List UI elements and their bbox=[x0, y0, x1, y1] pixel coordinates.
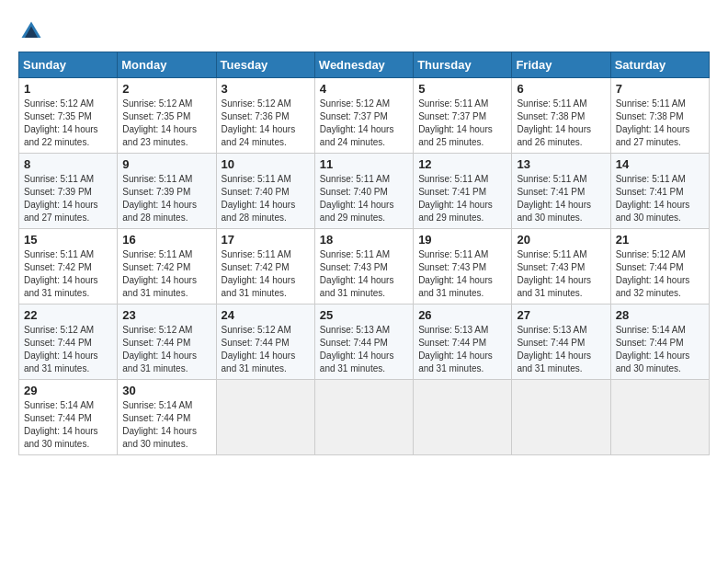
day-info: Sunrise: 5:11 AM Sunset: 7:42 PM Dayligh… bbox=[24, 248, 112, 300]
calendar-cell: 15Sunrise: 5:11 AM Sunset: 7:42 PM Dayli… bbox=[19, 229, 118, 304]
day-info: Sunrise: 5:12 AM Sunset: 7:44 PM Dayligh… bbox=[24, 324, 112, 375]
calendar-cell bbox=[314, 380, 413, 455]
day-number: 29 bbox=[24, 384, 112, 397]
calendar-cell: 5Sunrise: 5:11 AM Sunset: 7:37 PM Daylig… bbox=[414, 78, 512, 154]
calendar-cell bbox=[610, 380, 709, 455]
calendar-cell: 21Sunrise: 5:12 AM Sunset: 7:44 PM Dayli… bbox=[610, 229, 709, 304]
calendar-cell: 27Sunrise: 5:13 AM Sunset: 7:44 PM Dayli… bbox=[512, 304, 610, 380]
day-info: Sunrise: 5:14 AM Sunset: 7:44 PM Dayligh… bbox=[122, 399, 210, 451]
day-info: Sunrise: 5:11 AM Sunset: 7:38 PM Dayligh… bbox=[517, 98, 605, 149]
calendar-cell: 23Sunrise: 5:12 AM Sunset: 7:44 PM Dayli… bbox=[118, 304, 216, 380]
day-info: Sunrise: 5:12 AM Sunset: 7:44 PM Dayligh… bbox=[222, 324, 310, 375]
day-info: Sunrise: 5:11 AM Sunset: 7:43 PM Dayligh… bbox=[418, 248, 506, 300]
day-info: Sunrise: 5:11 AM Sunset: 7:40 PM Dayligh… bbox=[320, 173, 408, 224]
day-info: Sunrise: 5:13 AM Sunset: 7:44 PM Dayligh… bbox=[517, 324, 605, 375]
calendar-cell: 30Sunrise: 5:14 AM Sunset: 7:44 PM Dayli… bbox=[118, 380, 216, 455]
day-number: 23 bbox=[122, 308, 210, 322]
day-number: 2 bbox=[122, 82, 210, 96]
day-number: 7 bbox=[616, 82, 704, 96]
day-number: 21 bbox=[616, 233, 704, 247]
calendar-cell: 26Sunrise: 5:13 AM Sunset: 7:44 PM Dayli… bbox=[414, 304, 512, 380]
day-info: Sunrise: 5:14 AM Sunset: 7:44 PM Dayligh… bbox=[616, 324, 704, 375]
calendar-cell: 17Sunrise: 5:11 AM Sunset: 7:42 PM Dayli… bbox=[216, 229, 314, 304]
day-number: 16 bbox=[122, 233, 210, 247]
calendar-cell: 13Sunrise: 5:11 AM Sunset: 7:41 PM Dayli… bbox=[512, 154, 610, 229]
day-number: 27 bbox=[517, 308, 605, 322]
calendar-header-row: SundayMondayTuesdayWednesdayThursdayFrid… bbox=[19, 52, 710, 78]
logo-icon bbox=[18, 18, 44, 44]
day-number: 9 bbox=[122, 157, 210, 171]
calendar-week-row: 29Sunrise: 5:14 AM Sunset: 7:44 PM Dayli… bbox=[19, 380, 710, 455]
day-number: 22 bbox=[24, 308, 112, 322]
day-info: Sunrise: 5:12 AM Sunset: 7:44 PM Dayligh… bbox=[616, 248, 704, 300]
day-number: 26 bbox=[418, 308, 506, 322]
day-info: Sunrise: 5:11 AM Sunset: 7:43 PM Dayligh… bbox=[517, 248, 605, 300]
calendar-week-row: 22Sunrise: 5:12 AM Sunset: 7:44 PM Dayli… bbox=[19, 304, 710, 380]
calendar-cell bbox=[216, 380, 314, 455]
day-info: Sunrise: 5:11 AM Sunset: 7:39 PM Dayligh… bbox=[122, 173, 210, 224]
calendar-cell bbox=[512, 380, 610, 455]
calendar-header-sunday: Sunday bbox=[19, 52, 118, 78]
day-info: Sunrise: 5:13 AM Sunset: 7:44 PM Dayligh… bbox=[418, 324, 506, 375]
calendar-header-monday: Monday bbox=[118, 52, 216, 78]
day-number: 25 bbox=[320, 308, 408, 322]
calendar-header-saturday: Saturday bbox=[610, 52, 709, 78]
day-info: Sunrise: 5:11 AM Sunset: 7:40 PM Dayligh… bbox=[222, 173, 310, 224]
calendar-cell: 19Sunrise: 5:11 AM Sunset: 7:43 PM Dayli… bbox=[414, 229, 512, 304]
calendar-cell: 2Sunrise: 5:12 AM Sunset: 7:35 PM Daylig… bbox=[118, 78, 216, 154]
day-number: 6 bbox=[517, 82, 605, 96]
calendar-week-row: 1Sunrise: 5:12 AM Sunset: 7:35 PM Daylig… bbox=[19, 78, 710, 154]
day-number: 5 bbox=[418, 82, 506, 96]
calendar-cell: 14Sunrise: 5:11 AM Sunset: 7:41 PM Dayli… bbox=[610, 154, 709, 229]
day-number: 30 bbox=[122, 384, 210, 397]
calendar-table: SundayMondayTuesdayWednesdayThursdayFrid… bbox=[18, 52, 710, 455]
calendar-cell: 16Sunrise: 5:11 AM Sunset: 7:42 PM Dayli… bbox=[118, 229, 216, 304]
page-header bbox=[18, 18, 710, 44]
day-number: 24 bbox=[222, 308, 310, 322]
day-number: 19 bbox=[418, 233, 506, 247]
calendar-header-thursday: Thursday bbox=[414, 52, 512, 78]
calendar-cell: 3Sunrise: 5:12 AM Sunset: 7:36 PM Daylig… bbox=[216, 78, 314, 154]
calendar-cell: 9Sunrise: 5:11 AM Sunset: 7:39 PM Daylig… bbox=[118, 154, 216, 229]
calendar-cell: 20Sunrise: 5:11 AM Sunset: 7:43 PM Dayli… bbox=[512, 229, 610, 304]
day-number: 11 bbox=[320, 157, 408, 171]
day-info: Sunrise: 5:11 AM Sunset: 7:42 PM Dayligh… bbox=[222, 248, 310, 300]
day-info: Sunrise: 5:13 AM Sunset: 7:44 PM Dayligh… bbox=[320, 324, 408, 375]
calendar-cell: 12Sunrise: 5:11 AM Sunset: 7:41 PM Dayli… bbox=[414, 154, 512, 229]
calendar-cell: 4Sunrise: 5:12 AM Sunset: 7:37 PM Daylig… bbox=[314, 78, 413, 154]
day-info: Sunrise: 5:11 AM Sunset: 7:41 PM Dayligh… bbox=[418, 173, 506, 224]
calendar-cell: 28Sunrise: 5:14 AM Sunset: 7:44 PM Dayli… bbox=[610, 304, 709, 380]
calendar-cell: 11Sunrise: 5:11 AM Sunset: 7:40 PM Dayli… bbox=[314, 154, 413, 229]
day-number: 15 bbox=[24, 233, 112, 247]
day-number: 20 bbox=[517, 233, 605, 247]
day-number: 12 bbox=[418, 157, 506, 171]
day-info: Sunrise: 5:12 AM Sunset: 7:37 PM Dayligh… bbox=[320, 98, 408, 149]
day-info: Sunrise: 5:12 AM Sunset: 7:35 PM Dayligh… bbox=[122, 98, 210, 149]
day-info: Sunrise: 5:11 AM Sunset: 7:39 PM Dayligh… bbox=[24, 173, 112, 224]
day-number: 18 bbox=[320, 233, 408, 247]
day-info: Sunrise: 5:11 AM Sunset: 7:38 PM Dayligh… bbox=[616, 98, 704, 149]
calendar-cell: 6Sunrise: 5:11 AM Sunset: 7:38 PM Daylig… bbox=[512, 78, 610, 154]
calendar-week-row: 8Sunrise: 5:11 AM Sunset: 7:39 PM Daylig… bbox=[19, 154, 710, 229]
day-info: Sunrise: 5:11 AM Sunset: 7:42 PM Dayligh… bbox=[122, 248, 210, 300]
day-info: Sunrise: 5:11 AM Sunset: 7:43 PM Dayligh… bbox=[320, 248, 408, 300]
calendar-header-wednesday: Wednesday bbox=[314, 52, 413, 78]
calendar-cell: 29Sunrise: 5:14 AM Sunset: 7:44 PM Dayli… bbox=[19, 380, 118, 455]
day-number: 14 bbox=[616, 157, 704, 171]
day-info: Sunrise: 5:11 AM Sunset: 7:41 PM Dayligh… bbox=[517, 173, 605, 224]
day-info: Sunrise: 5:14 AM Sunset: 7:44 PM Dayligh… bbox=[24, 399, 112, 451]
day-number: 4 bbox=[320, 82, 408, 96]
calendar-body: 1Sunrise: 5:12 AM Sunset: 7:35 PM Daylig… bbox=[19, 78, 710, 455]
day-info: Sunrise: 5:11 AM Sunset: 7:41 PM Dayligh… bbox=[616, 173, 704, 224]
calendar-cell: 8Sunrise: 5:11 AM Sunset: 7:39 PM Daylig… bbox=[19, 154, 118, 229]
calendar-cell: 25Sunrise: 5:13 AM Sunset: 7:44 PM Dayli… bbox=[314, 304, 413, 380]
calendar-cell: 22Sunrise: 5:12 AM Sunset: 7:44 PM Dayli… bbox=[19, 304, 118, 380]
day-number: 3 bbox=[222, 82, 310, 96]
day-info: Sunrise: 5:12 AM Sunset: 7:44 PM Dayligh… bbox=[122, 324, 210, 375]
day-number: 1 bbox=[24, 82, 112, 96]
day-number: 13 bbox=[517, 157, 605, 171]
day-number: 8 bbox=[24, 157, 112, 171]
day-info: Sunrise: 5:12 AM Sunset: 7:36 PM Dayligh… bbox=[222, 98, 310, 149]
calendar-week-row: 15Sunrise: 5:11 AM Sunset: 7:42 PM Dayli… bbox=[19, 229, 710, 304]
calendar-cell: 24Sunrise: 5:12 AM Sunset: 7:44 PM Dayli… bbox=[216, 304, 314, 380]
